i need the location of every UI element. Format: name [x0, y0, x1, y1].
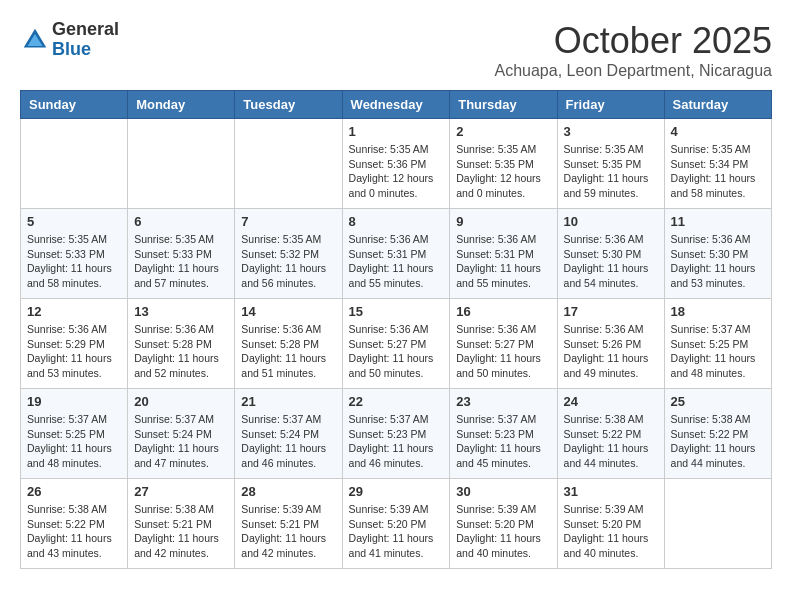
logo-blue: Blue	[52, 40, 119, 60]
day-info: Sunrise: 5:35 AM Sunset: 5:33 PM Dayligh…	[134, 232, 228, 291]
day-number: 31	[564, 484, 658, 499]
day-number: 5	[27, 214, 121, 229]
calendar-cell: 19Sunrise: 5:37 AM Sunset: 5:25 PM Dayli…	[21, 389, 128, 479]
location: Achuapa, Leon Department, Nicaragua	[494, 62, 772, 80]
calendar-cell: 13Sunrise: 5:36 AM Sunset: 5:28 PM Dayli…	[128, 299, 235, 389]
day-number: 8	[349, 214, 444, 229]
day-info: Sunrise: 5:39 AM Sunset: 5:21 PM Dayligh…	[241, 502, 335, 561]
weekday-header: Saturday	[664, 91, 771, 119]
calendar-cell: 10Sunrise: 5:36 AM Sunset: 5:30 PM Dayli…	[557, 209, 664, 299]
weekday-header: Wednesday	[342, 91, 450, 119]
day-info: Sunrise: 5:35 AM Sunset: 5:34 PM Dayligh…	[671, 142, 765, 201]
day-number: 6	[134, 214, 228, 229]
calendar-cell: 4Sunrise: 5:35 AM Sunset: 5:34 PM Daylig…	[664, 119, 771, 209]
calendar-week-row: 1Sunrise: 5:35 AM Sunset: 5:36 PM Daylig…	[21, 119, 772, 209]
calendar-cell: 18Sunrise: 5:37 AM Sunset: 5:25 PM Dayli…	[664, 299, 771, 389]
logo-text: General Blue	[52, 20, 119, 60]
day-info: Sunrise: 5:37 AM Sunset: 5:25 PM Dayligh…	[671, 322, 765, 381]
calendar-cell: 20Sunrise: 5:37 AM Sunset: 5:24 PM Dayli…	[128, 389, 235, 479]
day-info: Sunrise: 5:39 AM Sunset: 5:20 PM Dayligh…	[564, 502, 658, 561]
day-number: 20	[134, 394, 228, 409]
day-number: 26	[27, 484, 121, 499]
day-number: 28	[241, 484, 335, 499]
calendar-cell: 11Sunrise: 5:36 AM Sunset: 5:30 PM Dayli…	[664, 209, 771, 299]
calendar-cell: 28Sunrise: 5:39 AM Sunset: 5:21 PM Dayli…	[235, 479, 342, 569]
calendar-cell: 14Sunrise: 5:36 AM Sunset: 5:28 PM Dayli…	[235, 299, 342, 389]
logo: General Blue	[20, 20, 119, 60]
day-info: Sunrise: 5:38 AM Sunset: 5:22 PM Dayligh…	[671, 412, 765, 471]
day-number: 18	[671, 304, 765, 319]
day-number: 1	[349, 124, 444, 139]
calendar-cell: 2Sunrise: 5:35 AM Sunset: 5:35 PM Daylig…	[450, 119, 557, 209]
day-number: 13	[134, 304, 228, 319]
calendar-cell: 17Sunrise: 5:36 AM Sunset: 5:26 PM Dayli…	[557, 299, 664, 389]
calendar-cell: 3Sunrise: 5:35 AM Sunset: 5:35 PM Daylig…	[557, 119, 664, 209]
day-number: 23	[456, 394, 550, 409]
day-number: 9	[456, 214, 550, 229]
calendar-cell: 16Sunrise: 5:36 AM Sunset: 5:27 PM Dayli…	[450, 299, 557, 389]
day-info: Sunrise: 5:35 AM Sunset: 5:33 PM Dayligh…	[27, 232, 121, 291]
day-info: Sunrise: 5:36 AM Sunset: 5:27 PM Dayligh…	[349, 322, 444, 381]
calendar-cell: 31Sunrise: 5:39 AM Sunset: 5:20 PM Dayli…	[557, 479, 664, 569]
day-number: 24	[564, 394, 658, 409]
day-info: Sunrise: 5:37 AM Sunset: 5:23 PM Dayligh…	[456, 412, 550, 471]
calendar-cell: 8Sunrise: 5:36 AM Sunset: 5:31 PM Daylig…	[342, 209, 450, 299]
calendar-cell: 15Sunrise: 5:36 AM Sunset: 5:27 PM Dayli…	[342, 299, 450, 389]
weekday-header: Thursday	[450, 91, 557, 119]
calendar-cell: 6Sunrise: 5:35 AM Sunset: 5:33 PM Daylig…	[128, 209, 235, 299]
day-info: Sunrise: 5:35 AM Sunset: 5:36 PM Dayligh…	[349, 142, 444, 201]
calendar-cell: 27Sunrise: 5:38 AM Sunset: 5:21 PM Dayli…	[128, 479, 235, 569]
calendar-week-row: 26Sunrise: 5:38 AM Sunset: 5:22 PM Dayli…	[21, 479, 772, 569]
calendar-cell: 22Sunrise: 5:37 AM Sunset: 5:23 PM Dayli…	[342, 389, 450, 479]
weekday-row: SundayMondayTuesdayWednesdayThursdayFrid…	[21, 91, 772, 119]
weekday-header: Tuesday	[235, 91, 342, 119]
calendar-cell: 9Sunrise: 5:36 AM Sunset: 5:31 PM Daylig…	[450, 209, 557, 299]
day-info: Sunrise: 5:36 AM Sunset: 5:31 PM Dayligh…	[349, 232, 444, 291]
day-number: 19	[27, 394, 121, 409]
day-info: Sunrise: 5:36 AM Sunset: 5:28 PM Dayligh…	[134, 322, 228, 381]
day-info: Sunrise: 5:36 AM Sunset: 5:30 PM Dayligh…	[564, 232, 658, 291]
calendar-cell	[128, 119, 235, 209]
calendar-cell: 24Sunrise: 5:38 AM Sunset: 5:22 PM Dayli…	[557, 389, 664, 479]
calendar-header: SundayMondayTuesdayWednesdayThursdayFrid…	[21, 91, 772, 119]
weekday-header: Sunday	[21, 91, 128, 119]
day-info: Sunrise: 5:39 AM Sunset: 5:20 PM Dayligh…	[456, 502, 550, 561]
logo-icon	[20, 25, 50, 55]
calendar-cell: 23Sunrise: 5:37 AM Sunset: 5:23 PM Dayli…	[450, 389, 557, 479]
calendar-cell: 7Sunrise: 5:35 AM Sunset: 5:32 PM Daylig…	[235, 209, 342, 299]
day-number: 3	[564, 124, 658, 139]
day-info: Sunrise: 5:36 AM Sunset: 5:28 PM Dayligh…	[241, 322, 335, 381]
day-number: 17	[564, 304, 658, 319]
day-info: Sunrise: 5:35 AM Sunset: 5:35 PM Dayligh…	[456, 142, 550, 201]
calendar-week-row: 12Sunrise: 5:36 AM Sunset: 5:29 PM Dayli…	[21, 299, 772, 389]
day-info: Sunrise: 5:39 AM Sunset: 5:20 PM Dayligh…	[349, 502, 444, 561]
calendar-cell: 25Sunrise: 5:38 AM Sunset: 5:22 PM Dayli…	[664, 389, 771, 479]
day-number: 11	[671, 214, 765, 229]
weekday-header: Friday	[557, 91, 664, 119]
logo-general: General	[52, 20, 119, 40]
day-info: Sunrise: 5:38 AM Sunset: 5:22 PM Dayligh…	[564, 412, 658, 471]
calendar-week-row: 5Sunrise: 5:35 AM Sunset: 5:33 PM Daylig…	[21, 209, 772, 299]
day-info: Sunrise: 5:38 AM Sunset: 5:21 PM Dayligh…	[134, 502, 228, 561]
day-info: Sunrise: 5:38 AM Sunset: 5:22 PM Dayligh…	[27, 502, 121, 561]
day-info: Sunrise: 5:36 AM Sunset: 5:30 PM Dayligh…	[671, 232, 765, 291]
calendar-table: SundayMondayTuesdayWednesdayThursdayFrid…	[20, 90, 772, 569]
day-number: 4	[671, 124, 765, 139]
day-info: Sunrise: 5:35 AM Sunset: 5:35 PM Dayligh…	[564, 142, 658, 201]
day-number: 27	[134, 484, 228, 499]
day-info: Sunrise: 5:36 AM Sunset: 5:26 PM Dayligh…	[564, 322, 658, 381]
calendar-cell: 29Sunrise: 5:39 AM Sunset: 5:20 PM Dayli…	[342, 479, 450, 569]
day-info: Sunrise: 5:37 AM Sunset: 5:24 PM Dayligh…	[134, 412, 228, 471]
calendar-cell	[21, 119, 128, 209]
page-header: General Blue October 2025 Achuapa, Leon …	[20, 20, 772, 80]
day-number: 14	[241, 304, 335, 319]
day-info: Sunrise: 5:35 AM Sunset: 5:32 PM Dayligh…	[241, 232, 335, 291]
day-number: 7	[241, 214, 335, 229]
day-info: Sunrise: 5:36 AM Sunset: 5:29 PM Dayligh…	[27, 322, 121, 381]
month-title: October 2025	[494, 20, 772, 62]
day-info: Sunrise: 5:37 AM Sunset: 5:25 PM Dayligh…	[27, 412, 121, 471]
calendar-cell: 21Sunrise: 5:37 AM Sunset: 5:24 PM Dayli…	[235, 389, 342, 479]
title-block: October 2025 Achuapa, Leon Department, N…	[494, 20, 772, 80]
calendar-cell: 1Sunrise: 5:35 AM Sunset: 5:36 PM Daylig…	[342, 119, 450, 209]
day-number: 30	[456, 484, 550, 499]
